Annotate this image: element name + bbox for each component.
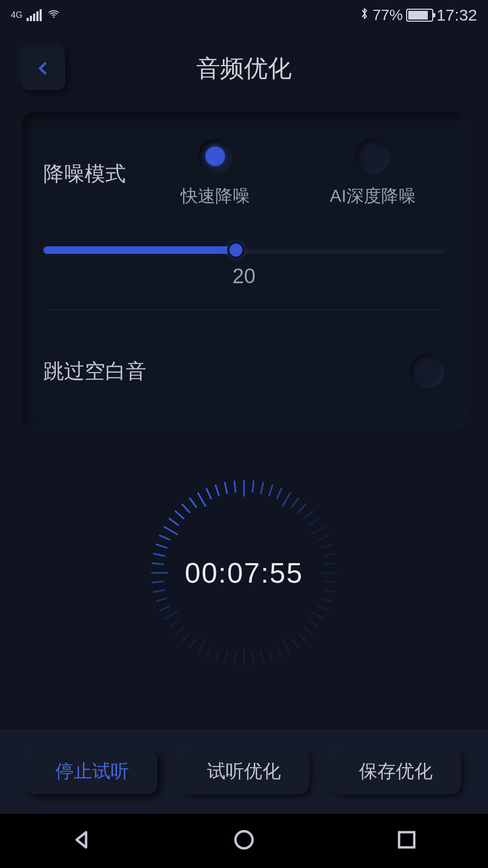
timer-dial: 00:07:55 bbox=[0, 464, 488, 681]
wifi-icon bbox=[46, 7, 61, 24]
back-button[interactable] bbox=[22, 47, 65, 90]
timer-display: 00:07:55 bbox=[146, 475, 342, 671]
nav-recent-button[interactable] bbox=[395, 828, 418, 853]
nav-home-button[interactable] bbox=[233, 828, 255, 853]
page-title: 音频优化 bbox=[196, 53, 292, 85]
slider-value: 20 bbox=[43, 265, 445, 288]
preview-optimize-button[interactable]: 试听优化 bbox=[179, 749, 309, 794]
nav-back-button[interactable] bbox=[70, 828, 93, 853]
battery-icon bbox=[406, 9, 433, 22]
radio-fast-label: 快速降噪 bbox=[181, 184, 250, 208]
header: 音频优化 bbox=[0, 30, 488, 112]
clock: 17:32 bbox=[436, 6, 477, 24]
noise-mode-label: 降噪模式 bbox=[43, 160, 152, 188]
settings-card: 降噪模式 快速降噪 AI深度降噪 20 跳过空白音 bbox=[22, 112, 466, 432]
slider-thumb[interactable] bbox=[227, 241, 245, 259]
system-nav-bar bbox=[0, 814, 488, 868]
signal-icon bbox=[27, 9, 42, 21]
skip-silence-toggle[interactable] bbox=[410, 354, 445, 388]
svg-point-61 bbox=[235, 831, 253, 848]
network-label: 4G bbox=[11, 11, 22, 20]
svg-point-0 bbox=[53, 16, 55, 18]
chevron-left-icon bbox=[34, 59, 53, 78]
radio-ai-label: AI深度降噪 bbox=[330, 184, 415, 208]
svg-rect-62 bbox=[399, 832, 414, 847]
skip-silence-label: 跳过空白音 bbox=[43, 358, 410, 385]
divider bbox=[43, 310, 445, 310]
battery-percent: 77% bbox=[373, 7, 403, 24]
status-bar: 4G 77% 17:32 bbox=[0, 0, 488, 30]
slider-fill bbox=[43, 246, 236, 254]
radio-fast-noise[interactable]: 快速降噪 bbox=[181, 139, 250, 208]
radio-ai-deep-noise[interactable]: AI深度降噪 bbox=[330, 139, 415, 208]
action-bar: 停止试听 试听优化 保存优化 bbox=[0, 729, 488, 814]
bluetooth-icon bbox=[359, 7, 369, 24]
stop-preview-button[interactable]: 停止试听 bbox=[27, 749, 157, 794]
intensity-slider[interactable] bbox=[43, 246, 445, 254]
save-optimize-button[interactable]: 保存优化 bbox=[331, 749, 461, 794]
radio-selected-icon bbox=[206, 146, 225, 166]
